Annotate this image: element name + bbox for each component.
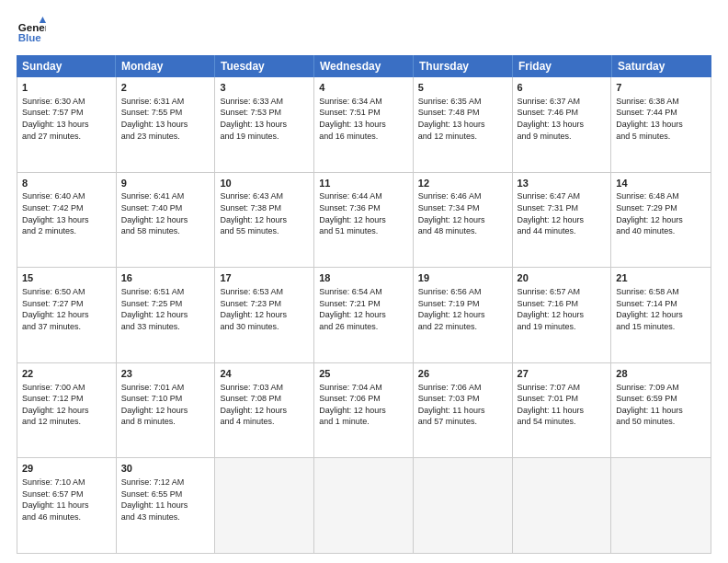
day-number: 27 <box>518 367 607 381</box>
day-number: 4 <box>319 81 408 95</box>
calendar-row-1: 1Sunrise: 6:30 AM Sunset: 7:57 PM Daylig… <box>17 77 711 173</box>
day-info: Sunrise: 6:53 AM Sunset: 7:23 PM Dayligh… <box>220 286 309 332</box>
calendar-cell-day-3: 3Sunrise: 6:33 AM Sunset: 7:53 PM Daylig… <box>215 77 314 172</box>
day-info: Sunrise: 7:00 AM Sunset: 7:12 PM Dayligh… <box>22 382 111 428</box>
calendar-cell-day-22: 22Sunrise: 7:00 AM Sunset: 7:12 PM Dayli… <box>17 363 117 458</box>
day-number: 9 <box>121 177 210 190</box>
day-number: 21 <box>616 271 706 285</box>
day-info: Sunrise: 7:12 AM Sunset: 6:55 PM Dayligh… <box>121 477 210 523</box>
day-number: 29 <box>22 462 111 476</box>
calendar-body: 1Sunrise: 6:30 AM Sunset: 7:57 PM Daylig… <box>17 77 711 554</box>
day-number: 1 <box>22 81 111 95</box>
day-number: 14 <box>616 177 706 190</box>
calendar-row-4: 22Sunrise: 7:00 AM Sunset: 7:12 PM Dayli… <box>17 363 711 459</box>
day-number: 16 <box>121 271 210 285</box>
day-info: Sunrise: 6:51 AM Sunset: 7:25 PM Dayligh… <box>121 286 210 332</box>
calendar-cell-day-8: 8Sunrise: 6:40 AM Sunset: 7:42 PM Daylig… <box>17 173 117 268</box>
calendar: SundayMondayTuesdayWednesdayThursdayFrid… <box>17 55 711 554</box>
header-day-friday: Friday <box>513 55 612 77</box>
day-number: 23 <box>121 367 210 381</box>
calendar-cell-day-23: 23Sunrise: 7:01 AM Sunset: 7:10 PM Dayli… <box>117 363 216 458</box>
calendar-cell-day-4: 4Sunrise: 6:34 AM Sunset: 7:51 PM Daylig… <box>314 77 414 172</box>
calendar-cell-empty <box>611 458 711 553</box>
calendar-cell-day-12: 12Sunrise: 6:46 AM Sunset: 7:34 PM Dayli… <box>414 173 513 268</box>
day-info: Sunrise: 6:56 AM Sunset: 7:19 PM Dayligh… <box>418 286 507 332</box>
calendar-cell-day-18: 18Sunrise: 6:54 AM Sunset: 7:21 PM Dayli… <box>314 268 414 362</box>
day-number: 18 <box>319 271 408 285</box>
day-number: 6 <box>518 81 607 95</box>
calendar-cell-day-26: 26Sunrise: 7:06 AM Sunset: 7:03 PM Dayli… <box>414 363 513 458</box>
day-info: Sunrise: 6:46 AM Sunset: 7:34 PM Dayligh… <box>418 190 507 236</box>
day-number: 30 <box>121 462 210 476</box>
calendar-cell-day-27: 27Sunrise: 7:07 AM Sunset: 7:01 PM Dayli… <box>513 363 612 458</box>
day-info: Sunrise: 7:03 AM Sunset: 7:08 PM Dayligh… <box>220 382 309 428</box>
day-info: Sunrise: 6:35 AM Sunset: 7:48 PM Dayligh… <box>418 96 507 142</box>
day-info: Sunrise: 6:48 AM Sunset: 7:29 PM Dayligh… <box>616 190 706 236</box>
calendar-cell-empty <box>314 458 414 553</box>
calendar-cell-empty <box>215 458 314 553</box>
header-day-tuesday: Tuesday <box>215 55 314 77</box>
calendar-row-2: 8Sunrise: 6:40 AM Sunset: 7:42 PM Daylig… <box>17 173 711 269</box>
day-info: Sunrise: 6:40 AM Sunset: 7:42 PM Dayligh… <box>22 190 111 236</box>
header-day-wednesday: Wednesday <box>314 55 414 77</box>
svg-marker-2 <box>40 17 46 23</box>
header-day-saturday: Saturday <box>612 55 711 77</box>
day-info: Sunrise: 6:44 AM Sunset: 7:36 PM Dayligh… <box>319 190 408 236</box>
day-number: 24 <box>220 367 309 381</box>
day-info: Sunrise: 6:54 AM Sunset: 7:21 PM Dayligh… <box>319 286 408 332</box>
day-number: 3 <box>220 81 309 95</box>
day-info: Sunrise: 6:34 AM Sunset: 7:51 PM Dayligh… <box>319 96 408 142</box>
day-info: Sunrise: 6:50 AM Sunset: 7:27 PM Dayligh… <box>22 286 111 332</box>
day-info: Sunrise: 7:01 AM Sunset: 7:10 PM Dayligh… <box>121 382 210 428</box>
calendar-header: SundayMondayTuesdayWednesdayThursdayFrid… <box>17 55 711 77</box>
calendar-cell-day-10: 10Sunrise: 6:43 AM Sunset: 7:38 PM Dayli… <box>215 173 314 268</box>
day-info: Sunrise: 6:41 AM Sunset: 7:40 PM Dayligh… <box>121 190 210 236</box>
day-info: Sunrise: 6:30 AM Sunset: 7:57 PM Dayligh… <box>22 96 111 142</box>
calendar-cell-day-13: 13Sunrise: 6:47 AM Sunset: 7:31 PM Dayli… <box>513 173 612 268</box>
day-number: 8 <box>22 177 111 190</box>
header-day-sunday: Sunday <box>17 55 116 77</box>
day-info: Sunrise: 6:43 AM Sunset: 7:38 PM Dayligh… <box>220 190 309 236</box>
calendar-cell-day-2: 2Sunrise: 6:31 AM Sunset: 7:55 PM Daylig… <box>117 77 216 172</box>
day-info: Sunrise: 7:10 AM Sunset: 6:57 PM Dayligh… <box>22 477 111 523</box>
calendar-cell-empty <box>513 458 612 553</box>
calendar-cell-day-14: 14Sunrise: 6:48 AM Sunset: 7:29 PM Dayli… <box>611 173 711 268</box>
calendar-cell-day-16: 16Sunrise: 6:51 AM Sunset: 7:25 PM Dayli… <box>117 268 216 362</box>
day-number: 11 <box>319 177 408 190</box>
calendar-cell-day-19: 19Sunrise: 6:56 AM Sunset: 7:19 PM Dayli… <box>414 268 513 362</box>
header-day-monday: Monday <box>116 55 215 77</box>
day-info: Sunrise: 7:06 AM Sunset: 7:03 PM Dayligh… <box>418 382 507 428</box>
calendar-cell-day-29: 29Sunrise: 7:10 AM Sunset: 6:57 PM Dayli… <box>17 458 117 553</box>
day-info: Sunrise: 6:47 AM Sunset: 7:31 PM Dayligh… <box>518 190 607 236</box>
calendar-cell-day-5: 5Sunrise: 6:35 AM Sunset: 7:48 PM Daylig… <box>414 77 513 172</box>
day-info: Sunrise: 6:33 AM Sunset: 7:53 PM Dayligh… <box>220 96 309 142</box>
day-info: Sunrise: 7:09 AM Sunset: 6:59 PM Dayligh… <box>616 382 706 428</box>
day-info: Sunrise: 6:31 AM Sunset: 7:55 PM Dayligh… <box>121 96 210 142</box>
day-info: Sunrise: 6:38 AM Sunset: 7:44 PM Dayligh… <box>616 96 706 142</box>
calendar-cell-day-15: 15Sunrise: 6:50 AM Sunset: 7:27 PM Dayli… <box>17 268 117 362</box>
calendar-row-3: 15Sunrise: 6:50 AM Sunset: 7:27 PM Dayli… <box>17 268 711 363</box>
day-number: 15 <box>22 271 111 285</box>
calendar-cell-day-20: 20Sunrise: 6:57 AM Sunset: 7:16 PM Dayli… <box>513 268 612 362</box>
day-info: Sunrise: 6:58 AM Sunset: 7:14 PM Dayligh… <box>616 286 706 332</box>
calendar-cell-empty <box>414 458 513 553</box>
day-number: 10 <box>220 177 309 190</box>
page-header: General Blue <box>17 17 711 46</box>
day-number: 20 <box>518 271 607 285</box>
day-info: Sunrise: 6:57 AM Sunset: 7:16 PM Dayligh… <box>518 286 607 332</box>
calendar-cell-day-24: 24Sunrise: 7:03 AM Sunset: 7:08 PM Dayli… <box>215 363 314 458</box>
day-number: 28 <box>616 367 706 381</box>
calendar-cell-day-21: 21Sunrise: 6:58 AM Sunset: 7:14 PM Dayli… <box>611 268 711 362</box>
calendar-cell-day-30: 30Sunrise: 7:12 AM Sunset: 6:55 PM Dayli… <box>117 458 216 553</box>
day-number: 26 <box>418 367 507 381</box>
day-number: 12 <box>418 177 507 190</box>
day-info: Sunrise: 7:07 AM Sunset: 7:01 PM Dayligh… <box>518 382 607 428</box>
day-info: Sunrise: 7:04 AM Sunset: 7:06 PM Dayligh… <box>319 382 408 428</box>
calendar-cell-day-7: 7Sunrise: 6:38 AM Sunset: 7:44 PM Daylig… <box>611 77 711 172</box>
calendar-cell-day-28: 28Sunrise: 7:09 AM Sunset: 6:59 PM Dayli… <box>611 363 711 458</box>
calendar-row-5: 29Sunrise: 7:10 AM Sunset: 6:57 PM Dayli… <box>17 458 711 553</box>
header-day-thursday: Thursday <box>414 55 513 77</box>
svg-text:Blue: Blue <box>18 32 42 43</box>
day-number: 25 <box>319 367 408 381</box>
logo: General Blue <box>17 17 46 46</box>
